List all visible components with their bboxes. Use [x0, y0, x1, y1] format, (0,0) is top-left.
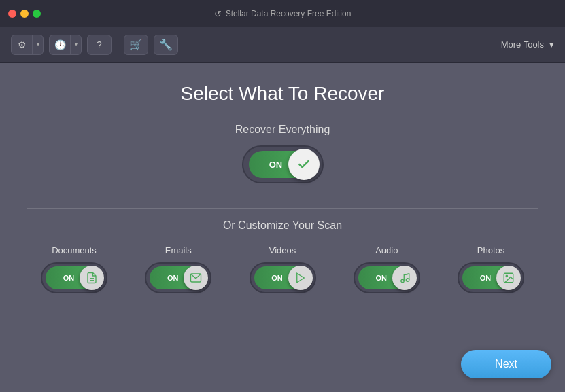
next-button[interactable]: Next: [461, 350, 551, 378]
recover-everything-toggle[interactable]: ON: [242, 145, 324, 183]
emails-label: Emails: [165, 245, 192, 255]
maximize-button[interactable]: [33, 10, 41, 18]
minimize-button[interactable]: [20, 10, 29, 18]
audio-toggle[interactable]: ON: [354, 262, 420, 293]
audio-icon: [398, 272, 411, 284]
emails-category: Emails ON: [145, 245, 211, 293]
traffic-lights: [8, 10, 41, 18]
photos-toggle[interactable]: ON: [458, 262, 524, 293]
toolbar-left: ⚙ ▾ 🕐 ▾ ? 🛒 🔧: [11, 35, 178, 55]
main-content: Select What To Recover Recover Everythin…: [0, 63, 565, 307]
videos-toggle-knob: [288, 266, 313, 290]
window-title: ↺ Stellar Data Recovery Free Edition: [214, 9, 352, 19]
more-tools-chevron-icon: ▾: [549, 39, 554, 50]
settings-icon[interactable]: ⚙: [12, 35, 32, 54]
settings-arrow-icon[interactable]: ▾: [32, 35, 43, 54]
documents-label: Documents: [52, 245, 97, 255]
svg-marker-3: [296, 273, 304, 283]
email-icon: [190, 272, 202, 284]
audio-category: Audio ON: [354, 245, 420, 293]
document-icon: [86, 272, 98, 284]
close-button[interactable]: [8, 10, 16, 18]
toggle-large-knob: [288, 149, 320, 180]
settings-button-group[interactable]: ⚙ ▾: [11, 35, 44, 55]
history-arrow-icon[interactable]: ▾: [70, 35, 81, 54]
documents-category: Documents ON: [41, 245, 107, 293]
audio-label: Audio: [375, 245, 398, 255]
titlebar: ↺ Stellar Data Recovery Free Edition: [0, 0, 565, 27]
customize-section: Or Customize Your Scan Documents ON: [27, 219, 538, 293]
photo-icon: [502, 272, 515, 284]
customize-label: Or Customize Your Scan: [223, 219, 342, 232]
audio-toggle-knob: [392, 266, 417, 290]
videos-toggle[interactable]: ON: [250, 262, 316, 293]
titlebar-icon: ↺: [214, 9, 222, 19]
photos-category: Photos ON: [458, 245, 524, 293]
photos-label: Photos: [477, 245, 504, 255]
next-button-container: Next: [461, 350, 551, 378]
checkmark-icon: [297, 158, 311, 171]
toolbar: ⚙ ▾ 🕐 ▾ ? 🛒 🔧 More Tools ▾: [0, 27, 565, 63]
help-button[interactable]: ?: [87, 35, 112, 55]
photos-toggle-knob: [496, 266, 521, 290]
documents-toggle-knob: [80, 266, 104, 290]
svg-line-6: [404, 274, 409, 275]
recover-everything-section: Recover Everything ON: [27, 124, 538, 183]
svg-point-8: [506, 275, 507, 277]
page-title: Select What To Recover: [181, 83, 385, 105]
history-icon[interactable]: 🕐: [50, 35, 70, 54]
documents-toggle[interactable]: ON: [41, 262, 107, 293]
more-tools-button[interactable]: More Tools ▾: [501, 39, 554, 50]
divider: [27, 208, 538, 209]
emails-toggle[interactable]: ON: [145, 262, 211, 293]
categories-row: Documents ON: [27, 245, 538, 293]
emails-toggle-knob: [184, 266, 208, 290]
video-icon: [294, 272, 307, 284]
videos-label: Videos: [269, 245, 296, 255]
cart-icon[interactable]: 🛒: [124, 35, 148, 55]
wrench-icon[interactable]: 🔧: [154, 35, 178, 55]
recover-everything-label: Recover Everything: [235, 124, 330, 136]
history-button-group[interactable]: 🕐 ▾: [49, 35, 82, 55]
videos-category: Videos ON: [250, 245, 316, 293]
